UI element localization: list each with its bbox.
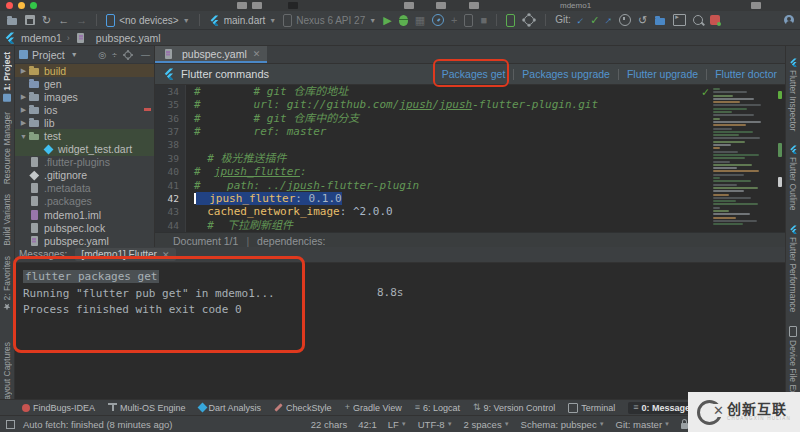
action-packages-get[interactable]: Packages get [442, 68, 506, 80]
tree-item-gen[interactable]: gen [15, 77, 154, 90]
breadcrumb-project[interactable]: mdemo1 [21, 32, 62, 44]
code-line-37[interactable]: 37# ref: master [155, 125, 785, 138]
lock-icon[interactable] [681, 423, 688, 429]
profile-avatar[interactable] [784, 15, 794, 25]
code-line-38[interactable]: 38 [155, 138, 785, 151]
minimize-window-button[interactable] [18, 2, 25, 9]
collapse-all-icon[interactable]: ÷ [112, 50, 117, 60]
status-bar: Auto fetch: finished (8 minutes ago) 22 … [0, 415, 800, 432]
toolwindow-dart-analysis[interactable]: Dart Analysis [199, 403, 262, 413]
device-selector[interactable]: <no devices>▼ [106, 14, 189, 27]
messages-console[interactable]: flutter packages get Running "flutter pu… [15, 263, 785, 400]
tree-item--packages[interactable]: .packages [15, 195, 154, 208]
avd-manager-icon[interactable] [506, 14, 515, 27]
stripe-flutter-outline[interactable]: Flutter Outline [788, 145, 798, 210]
stripe-2-favorites[interactable]: 2: Favorites [2, 256, 12, 310]
sdk-manager-icon[interactable] [524, 15, 534, 25]
status-git-master[interactable]: Git: master▼ [616, 419, 670, 430]
status-schema-pubspec[interactable]: Schema: pubspec▼ [521, 419, 605, 430]
action-flutter-doctor[interactable]: Flutter doctor [715, 68, 777, 80]
sync-icon[interactable]: ↻ [42, 15, 51, 26]
action-flutter-upgrade[interactable]: Flutter upgrade [627, 68, 698, 80]
code-minimap[interactable] [713, 88, 771, 228]
stripe-build-variants[interactable]: Build Variants [2, 194, 12, 246]
tree-item-images[interactable]: ▶images [15, 90, 154, 103]
toolwindow-findbugs-idea[interactable]: FindBugs-IDEA [22, 403, 95, 413]
close-tab-icon[interactable]: ✕ [253, 49, 261, 59]
code-line-43[interactable]: 43 cached_network_image: ^2.0.0 [155, 205, 785, 218]
code-line-36[interactable]: 36# # git 仓库中的分支 [155, 112, 785, 125]
toolwindow-gradle-view[interactable]: +Gradle View [345, 403, 402, 413]
editor-tab-bar: pubspec.yaml ✕ [155, 46, 785, 64]
run-anything-icon[interactable] [673, 14, 686, 26]
run-button[interactable]: ▶ [383, 15, 391, 26]
close-window-button[interactable] [6, 2, 13, 9]
code-line-34[interactable]: 34# # git 仓库的地址 [155, 85, 785, 98]
code-line-42[interactable]: 42 jpush_flutter: 0.1.0 [155, 192, 785, 205]
panel-settings-icon[interactable] [125, 51, 132, 58]
yaml-breadcrumb[interactable]: dependencies: [257, 235, 325, 247]
action-packages-upgrade[interactable]: Packages upgrade [522, 68, 610, 80]
status-2-spaces[interactable]: 2 spaces▼ [464, 419, 510, 430]
tree-item-ios[interactable]: ▶ios [15, 103, 154, 116]
hide-panel-icon[interactable]: — [141, 50, 150, 60]
code-editor[interactable]: 34# # git 仓库的地址35# url: git://github.com… [155, 85, 785, 232]
debug-button[interactable] [399, 15, 408, 26]
messages-tab[interactable]: [mdemo1] Flutter ✕ [75, 248, 175, 261]
show-in-files-icon[interactable] [654, 15, 666, 26]
profiler-icon[interactable] [432, 14, 444, 26]
stripe-resource-manager[interactable]: Resource Manager [2, 112, 12, 184]
back-icon[interactable]: ← [58, 15, 69, 26]
emulator-icon [283, 14, 292, 27]
open-icon[interactable] [6, 15, 18, 26]
target-device-selector[interactable]: Nexus 6 API 27▼ [283, 14, 376, 27]
tree-item--metadata[interactable]: .metadata [15, 182, 154, 195]
toolwindow-multi-os-engine[interactable]: Multi-OS Engine [108, 403, 186, 413]
run-config-selector[interactable]: main.dart▼ [209, 15, 277, 26]
chevron-down-icon[interactable]: ▼ [71, 51, 78, 58]
stripe-1-project[interactable]: 1: Project [2, 52, 12, 102]
save-all-icon[interactable] [25, 15, 35, 25]
toolwindow-checkstyle[interactable]: CheckStyle [274, 403, 332, 413]
tree-item-lib[interactable]: ▶lib [15, 116, 154, 129]
status-lf[interactable]: LF▼ [388, 419, 407, 430]
flutter-icon [163, 68, 175, 80]
locate-file-icon[interactable]: ◎ [98, 50, 106, 60]
tree-item-pubspec-lock[interactable]: pubspec.lock [15, 221, 154, 234]
rollback-icon[interactable]: ↺ [638, 15, 647, 26]
tool-window-switcher-icon[interactable] [6, 420, 15, 429]
git-push-icon[interactable]: ↑ [603, 14, 615, 26]
git-commit-icon[interactable]: ✓ [590, 15, 599, 26]
stripe-device-file-explorer[interactable]: Device File Explorer [788, 326, 798, 399]
tree-item-test[interactable]: ▼test [15, 129, 154, 142]
tree-item--gitignore[interactable]: .gitignore [15, 169, 154, 182]
maximize-window-button[interactable] [30, 2, 37, 9]
breadcrumb-file[interactable]: pubspec.yaml [96, 32, 161, 44]
code-line-40[interactable]: 40# jpush_flutter: [155, 165, 785, 178]
code-line-44[interactable]: 44 # 下拉刷新组件 [155, 219, 785, 232]
toolwindow-terminal[interactable]: Terminal [568, 403, 615, 413]
code-line-35[interactable]: 35# url: git://github.com/jpush/jpush-fl… [155, 98, 785, 111]
stripe-layout-captures[interactable]: Layout Captures [2, 342, 12, 399]
console-line: flutter packages get [23, 270, 159, 283]
toolwindow-6-logcat[interactable]: ≡6: Logcat [415, 403, 460, 413]
history-icon[interactable] [619, 14, 631, 26]
code-line-39[interactable]: 39 # 极光推送插件 [155, 152, 785, 165]
status-utf-8[interactable]: UTF-8▼ [418, 419, 453, 430]
tree-item-widget-test-dart[interactable]: widget_test.dart [15, 143, 154, 156]
tree-item--flutter-plugins[interactable]: .flutter-plugins [15, 156, 154, 169]
tree-item-build[interactable]: ▶build [15, 64, 154, 77]
toolwindow-9-version-control[interactable]: ⇅9: Version Control [473, 403, 555, 413]
tab-pubspec-yaml[interactable]: pubspec.yaml ✕ [155, 46, 267, 63]
plugin-icon[interactable] [710, 15, 720, 25]
code-line-41[interactable]: 41# path: ../jpush-flutter-plugin [155, 179, 785, 192]
stripe-flutter-performance[interactable]: Flutter Performance [788, 225, 798, 312]
tree-item-pubspec-yaml[interactable]: pubspec.yaml [15, 234, 154, 247]
project-view-title[interactable]: Project [32, 49, 65, 61]
close-icon[interactable]: ✕ [162, 250, 170, 260]
flutter-commands-actions: Packages getPackages upgradeFlutter upgr… [442, 68, 777, 80]
git-update-icon[interactable]: ↓ [575, 14, 587, 26]
stripe-flutter-inspector[interactable]: Flutter Inspector [788, 58, 798, 131]
tree-item-mdemo1-iml[interactable]: mdemo1.iml [15, 208, 154, 221]
search-everywhere-icon[interactable] [693, 15, 703, 25]
